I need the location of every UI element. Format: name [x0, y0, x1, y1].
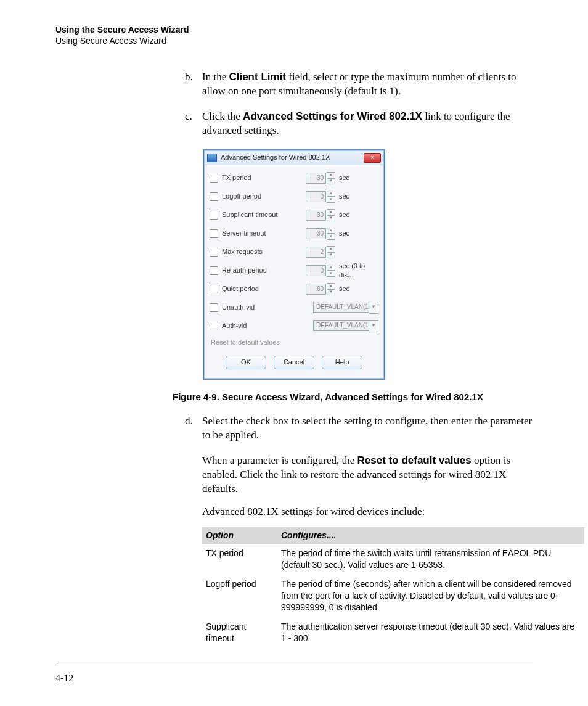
row-tx-period: TX period 30 ▲▼ sec — [210, 169, 378, 187]
header-title: Using the Secure Access Wizard — [55, 25, 533, 35]
row-server-timeout: Server timeout 30 ▲▼ sec — [210, 224, 378, 243]
spinner-up-icon[interactable]: ▲ — [327, 209, 335, 215]
header-subtitle: Using Secure Access Wizard — [55, 36, 533, 46]
col-configures: Configures.... — [277, 527, 584, 544]
step-b: b. In the Client Limit field, select or … — [185, 70, 533, 99]
unit-label: sec — [339, 210, 378, 220]
list-marker: c. — [185, 110, 202, 138]
dropdown-value: DEFAULT_VLAN(1) — [313, 320, 369, 331]
spinner-tx-period[interactable]: 30 ▲▼ — [306, 172, 335, 184]
spinner-supplicant-timeout[interactable]: 30 ▲▼ — [306, 209, 335, 221]
spinner-up-icon[interactable]: ▲ — [327, 246, 335, 252]
spinner-down-icon[interactable]: ▼ — [327, 234, 335, 240]
unit-label: sec — [339, 192, 378, 201]
spinner-down-icon[interactable]: ▼ — [327, 271, 335, 277]
table-row: TX period The period of time the switch … — [202, 544, 584, 575]
spinner-up-icon[interactable]: ▲ — [327, 172, 335, 178]
page-number: 4-12 — [55, 673, 73, 684]
row-auth-vid: Auth-vid DEFAULT_VLAN(1) ▼ — [210, 317, 378, 335]
spinner-up-icon[interactable]: ▲ — [327, 228, 335, 234]
reset-default-link[interactable]: Reset to default values — [210, 335, 378, 352]
spinner-value: 30 — [306, 210, 326, 221]
spinner-value: 0 — [306, 265, 326, 276]
cell-option: TX period — [202, 544, 277, 575]
reset-bold: Reset to default values — [357, 454, 472, 466]
dropdown-value: DEFAULT_VLAN(1) — [313, 302, 369, 313]
step-d-text: Select the check box to select the setti… — [202, 414, 533, 443]
spinner-value: 0 — [306, 191, 326, 202]
unit-label: sec — [339, 173, 378, 183]
spinner-down-icon[interactable]: ▼ — [327, 289, 335, 295]
spinner-value: 2 — [306, 247, 326, 258]
table-row: Logoff period The period of time (second… — [202, 575, 584, 617]
spinner-logoff-period[interactable]: 0 ▲▼ — [306, 191, 335, 203]
spinner-down-icon[interactable]: ▼ — [327, 197, 335, 203]
checkbox-auth-vid[interactable] — [210, 322, 218, 330]
row-reauth-period: Re-auth period 0 ▲▼ sec (0 to dis... — [210, 261, 378, 280]
checkbox-max-requests[interactable] — [210, 248, 218, 257]
spinner-up-icon[interactable]: ▲ — [327, 191, 335, 197]
checkbox-unauth-vid[interactable] — [210, 303, 218, 312]
label-max-requests: Max requests — [222, 247, 306, 257]
footer-rule — [55, 665, 533, 665]
dropdown-unauth-vid[interactable]: DEFAULT_VLAN(1) ▼ — [313, 302, 378, 314]
options-table: Option Configures.... TX period The peri… — [202, 527, 584, 647]
spinner-server-timeout[interactable]: 30 ▲▼ — [306, 228, 335, 240]
step-b-bold: Client Limit — [229, 71, 286, 83]
label-tx-period: TX period — [222, 173, 306, 183]
spinner-down-icon[interactable]: ▼ — [327, 252, 335, 258]
step-c-pre: Click the — [202, 110, 243, 122]
cell-option: Supplicant timeout — [202, 617, 277, 648]
spinner-value: 60 — [306, 284, 326, 295]
label-supplicant-timeout: Supplicant timeout — [222, 210, 306, 220]
spinner-down-icon[interactable]: ▼ — [327, 178, 335, 184]
step-c-bold: Advanced Settings for Wired 802.1X — [243, 110, 422, 122]
row-unauth-vid: Unauth-vid DEFAULT_VLAN(1) ▼ — [210, 298, 378, 317]
spinner-up-icon[interactable]: ▲ — [327, 265, 335, 271]
label-server-timeout: Server timeout — [222, 229, 306, 238]
chevron-down-icon[interactable]: ▼ — [369, 302, 378, 314]
dialog-title: Advanced Settings for Wired 802.1X — [221, 153, 364, 162]
advanced-settings-dialog: Advanced Settings for Wired 802.1X × TX … — [203, 149, 385, 380]
list-marker: b. — [185, 70, 202, 99]
ok-button[interactable]: OK — [226, 356, 266, 369]
step-d: d. Select the check box to select the se… — [185, 414, 533, 443]
label-unauth-vid: Unauth-vid — [222, 303, 313, 312]
table-intro: Advanced 802.1X settings for wired devic… — [202, 505, 533, 519]
spinner-down-icon[interactable]: ▼ — [327, 215, 335, 221]
checkbox-logoff-period[interactable] — [210, 192, 218, 201]
checkbox-tx-period[interactable] — [210, 174, 218, 183]
unit-label: sec (0 to dis... — [339, 261, 378, 280]
reset-pre: When a parameter is configured, the — [202, 454, 357, 466]
close-button[interactable]: × — [364, 153, 381, 163]
row-supplicant-timeout: Supplicant timeout 30 ▲▼ sec — [210, 206, 378, 224]
row-logoff-period: Logoff period 0 ▲▼ sec — [210, 187, 378, 206]
spinner-quiet-period[interactable]: 60 ▲▼ — [306, 283, 335, 295]
help-button[interactable]: Help — [322, 356, 362, 369]
dialog-titlebar: Advanced Settings for Wired 802.1X × — [205, 151, 383, 165]
checkbox-supplicant-timeout[interactable] — [210, 211, 218, 220]
label-quiet-period: Quiet period — [222, 284, 306, 293]
spinner-max-requests[interactable]: 2 ▲▼ — [306, 246, 335, 258]
row-quiet-period: Quiet period 60 ▲▼ sec — [210, 280, 378, 298]
list-marker: d. — [185, 414, 202, 443]
spinner-up-icon[interactable]: ▲ — [327, 283, 335, 289]
monitor-icon — [207, 154, 217, 162]
checkbox-server-timeout[interactable] — [210, 229, 218, 238]
step-b-pre: In the — [202, 71, 229, 83]
label-logoff-period: Logoff period — [222, 192, 306, 201]
cell-desc: The period of time the switch waits unti… — [277, 544, 584, 575]
dropdown-auth-vid[interactable]: DEFAULT_VLAN(1) ▼ — [313, 320, 378, 332]
unit-label: sec — [339, 229, 378, 238]
cancel-button[interactable]: Cancel — [274, 356, 314, 369]
row-max-requests: Max requests 2 ▲▼ — [210, 243, 378, 261]
table-row: Supplicant timeout The authentication se… — [202, 617, 584, 648]
figure-dialog: Advanced Settings for Wired 802.1X × TX … — [55, 149, 533, 380]
spinner-reauth-period[interactable]: 0 ▲▼ — [306, 265, 335, 277]
col-option: Option — [202, 527, 277, 544]
checkbox-reauth-period[interactable] — [210, 266, 218, 275]
label-auth-vid: Auth-vid — [222, 321, 313, 330]
cell-desc: The authentication server response timeo… — [277, 617, 584, 648]
chevron-down-icon[interactable]: ▼ — [369, 320, 378, 332]
checkbox-quiet-period[interactable] — [210, 285, 218, 293]
